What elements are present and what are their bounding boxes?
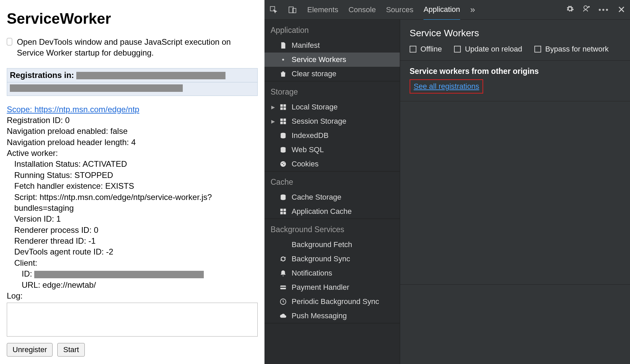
svg-point-17	[283, 164, 284, 165]
sb-item-bg-fetch[interactable]: Background Fetch	[264, 238, 400, 252]
svg-rect-6	[283, 104, 286, 107]
panel-title: Service Workers	[400, 20, 630, 45]
database-icon	[279, 194, 287, 201]
renderer-tid: Renderer thread ID: -1	[14, 236, 258, 246]
sb-item-session-storage[interactable]: ▶ Session Storage	[264, 114, 400, 128]
feedback-icon[interactable]	[582, 5, 590, 15]
transfer-icon	[279, 241, 287, 248]
start-button[interactable]: Start	[57, 343, 84, 357]
database-icon	[279, 146, 287, 154]
sb-item-websql[interactable]: Web SQL	[264, 143, 400, 157]
active-worker-label: Active worker:	[7, 148, 258, 159]
svg-point-16	[282, 163, 283, 164]
svg-point-3	[584, 6, 587, 9]
log-label: Log:	[7, 290, 258, 301]
trash-icon	[279, 70, 287, 78]
sb-item-cache-storage[interactable]: Cache Storage	[264, 190, 400, 204]
sb-item-local-storage[interactable]: ▶ Local Storage	[264, 100, 400, 114]
grid-icon	[279, 208, 287, 215]
grid-icon	[279, 103, 287, 111]
clock-icon	[279, 298, 287, 305]
svg-rect-9	[280, 119, 283, 121]
card-icon	[279, 284, 287, 291]
page-title: ServiceWorker	[7, 10, 258, 27]
svg-rect-7	[280, 107, 283, 110]
svg-point-18	[284, 162, 284, 163]
kebab-icon[interactable]: •••	[598, 5, 609, 14]
sb-item-cookies[interactable]: Cookies	[264, 157, 400, 171]
debug-on-startup-label: Open DevTools window and pause JavaScrip…	[17, 37, 258, 59]
unregister-button[interactable]: Unregister	[7, 343, 53, 357]
bypass-for-network-checkbox[interactable]: Bypass for network	[534, 45, 609, 54]
svg-rect-25	[280, 287, 286, 288]
grid-icon	[279, 118, 287, 125]
database-icon	[279, 132, 287, 139]
expand-icon[interactable]: ▶	[271, 119, 275, 124]
see-all-registrations-link[interactable]: See all registrations	[414, 82, 479, 90]
sb-item-application-cache[interactable]: Application Cache	[264, 204, 400, 219]
gear-icon	[279, 56, 287, 63]
nav-preload-header-len: Navigation preload header length: 4	[7, 137, 258, 148]
registration-id: Registration ID: 0	[7, 115, 258, 126]
sb-group-application: Application	[264, 20, 400, 38]
devtools-route: DevTools agent route ID: -2	[14, 246, 258, 257]
tab-application[interactable]: Application	[424, 5, 460, 20]
tab-elements[interactable]: Elements	[307, 5, 338, 14]
registrations-header: Registrations in:	[7, 68, 258, 82]
sb-item-clear-storage[interactable]: Clear storage	[264, 67, 400, 81]
renderer-pid: Renderer process ID: 0	[14, 225, 258, 236]
file-icon	[279, 42, 287, 49]
svg-rect-23	[283, 212, 286, 214]
tab-sources[interactable]: Sources	[386, 5, 413, 14]
close-icon[interactable]: ✕	[617, 4, 625, 15]
nav-preload-enabled: Navigation preload enabled: false	[7, 126, 258, 137]
svg-rect-20	[280, 209, 283, 211]
svg-point-15	[280, 161, 286, 167]
highlight-box: See all registrations	[410, 79, 483, 94]
svg-point-4	[282, 59, 284, 61]
update-on-reload-checkbox[interactable]: Update on reload	[454, 45, 522, 54]
cloud-icon	[279, 312, 287, 320]
redacted-client-id	[34, 271, 204, 278]
other-origins-title: Service workers from other origins	[410, 67, 621, 76]
svg-rect-8	[283, 107, 286, 110]
gear-icon[interactable]	[566, 5, 574, 15]
offline-checkbox[interactable]: Offline	[410, 45, 442, 54]
svg-rect-5	[280, 104, 283, 107]
redacted-origin	[76, 72, 225, 79]
sb-item-bg-sync[interactable]: Background Sync	[264, 252, 400, 266]
registrations-subheader	[7, 82, 258, 96]
fetch-handler: Fetch handler existence: EXISTS	[14, 181, 258, 191]
scope-link[interactable]: Scope: https://ntp.msn.com/edge/ntp	[7, 105, 258, 114]
svg-rect-22	[280, 212, 283, 214]
tab-console[interactable]: Console	[349, 5, 376, 14]
client-url: URL: edge://newtab/	[22, 280, 258, 290]
sb-item-periodic-sync[interactable]: Periodic Background Sync	[264, 295, 400, 309]
client-id: ID:	[22, 268, 258, 279]
more-tabs-icon[interactable]: »	[470, 4, 475, 15]
svg-rect-21	[283, 209, 286, 211]
debug-on-startup-checkbox[interactable]	[7, 38, 12, 45]
device-toggle-icon[interactable]	[288, 5, 297, 14]
script-url: Script: https://ntp.msn.com/edge/ntp/ser…	[14, 192, 258, 214]
expand-icon[interactable]: ▶	[271, 104, 275, 110]
svg-rect-11	[280, 122, 283, 124]
cookie-icon	[279, 160, 287, 168]
log-textarea[interactable]	[7, 303, 258, 337]
sb-item-service-workers[interactable]: Service Workers	[264, 53, 400, 67]
sb-group-storage: Storage	[264, 81, 400, 100]
devtools-tabbar: Elements Console Sources Application » •…	[264, 0, 630, 20]
install-status: Installation Status: ACTIVATED	[14, 159, 258, 169]
sb-item-notifications[interactable]: Notifications	[264, 266, 400, 280]
svg-rect-12	[283, 122, 286, 124]
client-label: Client:	[14, 258, 258, 268]
sb-item-indexeddb[interactable]: IndexedDB	[264, 128, 400, 143]
redacted-subline	[10, 84, 183, 92]
panel-footer	[400, 284, 630, 295]
sb-item-payment[interactable]: Payment Handler	[264, 280, 400, 295]
sb-item-manifest[interactable]: Manifest	[264, 38, 400, 53]
sb-group-bg-services: Background Services	[264, 219, 400, 238]
sb-group-cache: Cache	[264, 171, 400, 190]
sb-item-push[interactable]: Push Messaging	[264, 309, 400, 323]
inspect-icon[interactable]	[269, 5, 278, 14]
